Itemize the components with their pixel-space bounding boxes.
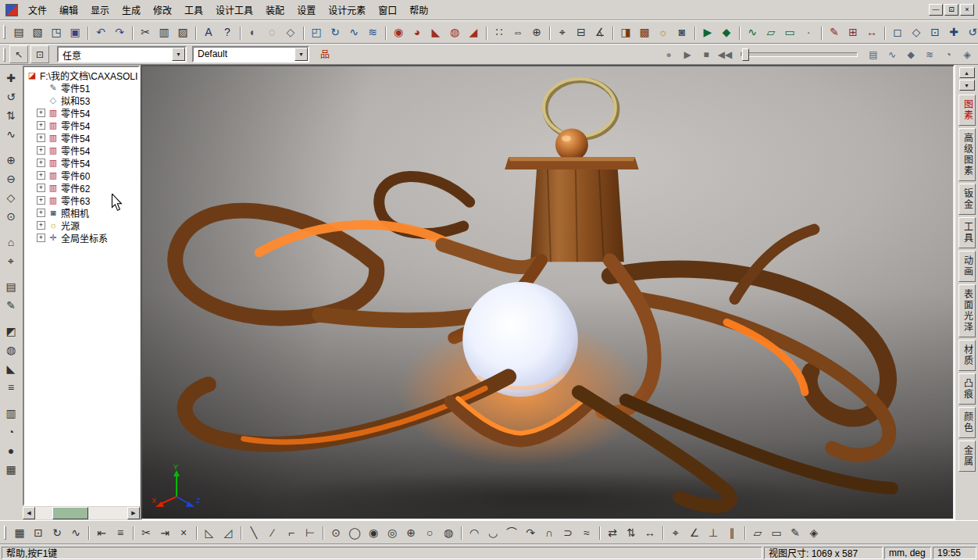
toolbar-grip[interactable] — [3, 48, 5, 62]
circle-tangent-icon[interactable]: ⊕ — [402, 523, 420, 541]
tree-expander-icon[interactable]: + — [37, 146, 45, 155]
menu-item[interactable]: 显示 — [84, 1, 116, 19]
mirror-2d-icon[interactable]: ⇄ — [603, 523, 622, 541]
polygon-icon[interactable]: ▱ — [748, 523, 767, 541]
sketch-edit-icon[interactable]: ✎ — [2, 296, 20, 315]
round-icon[interactable]: ◕ — [408, 23, 427, 41]
arc-cap-icon[interactable]: ∩ — [540, 523, 559, 541]
find-icon[interactable]: A — [199, 23, 218, 41]
delete-icon[interactable]: × — [174, 523, 193, 541]
tree-item[interactable]: + ☼ 光源 — [24, 219, 138, 231]
select-arrow-icon[interactable]: ↖ — [9, 45, 28, 63]
measure-icon[interactable]: ⌖ — [553, 23, 572, 41]
block-icon[interactable]: ◈ — [805, 523, 823, 541]
donut-icon[interactable]: ◍ — [439, 523, 458, 541]
curve-open-icon[interactable]: ⊃ — [559, 523, 577, 541]
spin-view-icon[interactable]: ⇅ — [2, 106, 20, 125]
angle-dim-icon[interactable]: ∠ — [685, 523, 704, 541]
grid-snap-icon[interactable]: ▦ — [10, 523, 29, 541]
menu-item[interactable]: 帮助 — [403, 1, 434, 19]
library-tab[interactable]: 工具 — [958, 217, 976, 248]
copy-icon[interactable]: ▥ — [155, 23, 173, 41]
loft-icon[interactable]: ≋ — [363, 23, 382, 41]
panel-icon[interactable]: ▥ — [2, 404, 20, 423]
home-view-icon[interactable]: ⌂ — [2, 233, 20, 251]
texture-icon[interactable]: ▩ — [635, 23, 654, 41]
tree-expander-icon[interactable]: + — [37, 109, 45, 117]
offset-icon[interactable]: ⇅ — [622, 523, 641, 541]
wave-curve-icon[interactable]: ≈ — [577, 523, 596, 541]
library-tab[interactable]: 金属 — [958, 441, 976, 472]
perspective-view-icon[interactable]: ◇ — [281, 23, 300, 41]
menu-item[interactable]: 修改 — [147, 1, 178, 19]
tree-item[interactable]: + ✛ 全局坐标系 — [24, 231, 138, 244]
sweep-icon[interactable]: ∿ — [344, 23, 363, 41]
circle-2pt-icon[interactable]: ◉ — [364, 523, 383, 541]
minimize-button[interactable]: — — [929, 4, 943, 16]
box-snap-icon[interactable]: ⊡ — [29, 523, 48, 541]
trim-icon[interactable]: ✂ — [137, 523, 155, 541]
arc-2-icon[interactable]: ◡ — [484, 523, 502, 541]
menu-item[interactable]: 生成 — [116, 1, 147, 19]
paste-icon[interactable]: ▨ — [173, 23, 192, 41]
extend-icon[interactable]: ⇥ — [155, 523, 174, 541]
pencil-icon[interactable]: ✎ — [786, 523, 805, 541]
tab-scroll-up-icon[interactable]: ▲ — [959, 67, 975, 78]
redo-icon[interactable]: ↷ — [110, 23, 129, 41]
circle-center-icon[interactable]: ⊙ — [327, 523, 345, 541]
select-box-icon[interactable]: ⊡ — [30, 45, 49, 63]
align-left-icon[interactable]: ⇤ — [92, 523, 111, 541]
tree-expander-icon[interactable]: + — [37, 234, 45, 242]
light-source-icon[interactable]: ☼ — [654, 23, 673, 41]
rewind-icon[interactable]: ◀◀ — [716, 45, 734, 63]
cut-icon[interactable]: ✂ — [136, 23, 155, 41]
rotate-snap-icon[interactable]: ↻ — [48, 523, 66, 541]
tab-scroll-down-icon[interactable]: ▼ — [959, 80, 975, 91]
viewport-3d[interactable]: Y X Z — [141, 65, 955, 520]
polyline-icon[interactable]: ⌐ — [282, 523, 301, 541]
grid-icon[interactable]: ⊞ — [844, 23, 862, 41]
zoom-all-icon[interactable]: ⊙ — [2, 207, 20, 226]
menu-item[interactable]: 装配 — [259, 1, 291, 19]
tree-item[interactable]: + ▥ 零件54 — [24, 119, 138, 131]
fillet-2d-icon[interactable]: ◿ — [219, 523, 237, 541]
section-icon[interactable]: ⊟ — [572, 23, 591, 41]
menu-item[interactable]: 文件 — [22, 1, 53, 19]
menu-item[interactable]: 窗口 — [372, 1, 403, 19]
scroll-right-icon[interactable]: ▶ — [127, 507, 140, 519]
circle-icon[interactable]: ◯ — [345, 523, 364, 541]
ellipse-icon[interactable]: ○ — [420, 523, 439, 541]
arc-tangent-icon[interactable]: ↷ — [521, 523, 540, 541]
library-tab[interactable]: 图素 — [958, 95, 976, 126]
selection-filter-dropdown[interactable]: 任意 ▼ — [57, 46, 187, 62]
boolean-icon[interactable]: ⊕ — [527, 23, 546, 41]
context-help-icon[interactable]: ? — [218, 23, 237, 41]
open-file-icon[interactable]: ◳ — [47, 23, 66, 41]
menu-item[interactable]: 设计元素 — [322, 1, 372, 19]
extrude-icon[interactable]: ◰ — [307, 23, 326, 41]
zoom-fit-icon[interactable]: ⊡ — [926, 23, 944, 41]
menu-item[interactable]: 工具 — [178, 1, 209, 19]
circle-3pt-icon[interactable]: ◎ — [383, 523, 402, 541]
toolbar-grip[interactable] — [4, 526, 6, 540]
toolbar-grip[interactable] — [3, 25, 5, 39]
arc-3pt-icon[interactable]: ⌒ — [502, 523, 521, 541]
new-file-icon[interactable]: ▤ — [9, 23, 28, 41]
list-icon[interactable]: ≡ — [2, 378, 20, 397]
layers-icon[interactable]: ≡ — [111, 523, 130, 541]
zoom-window-icon[interactable]: ◇ — [2, 188, 20, 207]
play-icon[interactable]: ▶ — [678, 45, 697, 63]
menu-item[interactable]: 设计工具 — [209, 1, 259, 19]
revolve-icon[interactable]: ↻ — [326, 23, 344, 41]
tree-expander-icon[interactable]: + — [37, 159, 45, 167]
sphere-icon[interactable]: ● — [2, 441, 20, 460]
scroll-thumb[interactable] — [52, 507, 88, 519]
arc-icon[interactable]: ◠ — [465, 523, 484, 541]
triangle-ruler-icon[interactable]: ◣ — [2, 359, 20, 378]
tree-expander-icon[interactable]: + — [37, 209, 45, 217]
menu-item[interactable]: 设置 — [291, 1, 322, 19]
spline-snap-icon[interactable]: ∿ — [66, 523, 85, 541]
app-icon[interactable] — [5, 4, 18, 16]
tree-item[interactable]: + ▥ 零件60 — [24, 169, 138, 181]
tree-expander-icon[interactable]: + — [37, 171, 45, 180]
